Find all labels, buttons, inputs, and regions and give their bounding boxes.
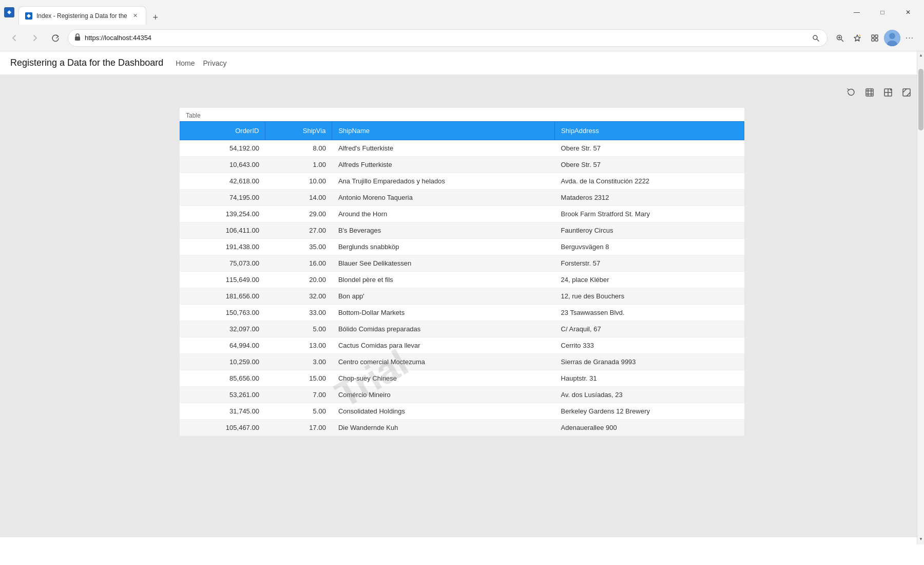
maximize-button[interactable]: □ xyxy=(871,4,894,21)
table-row: 64,994.0013.00Cactus Comidas para llevar… xyxy=(180,337,744,354)
table-row: 74,195.0014.00Antonio Moreno TaqueriaMat… xyxy=(180,190,744,206)
ship-name-cell: Centro comercial Moctezuma xyxy=(332,354,555,370)
toolbar-btn-3[interactable] xyxy=(881,85,895,100)
toolbar-btn-1[interactable] xyxy=(844,85,858,100)
svg-rect-2 xyxy=(75,36,80,41)
order-id-cell: 10,643.00 xyxy=(180,157,265,173)
ship-name-cell: Comércio Mineiro xyxy=(332,387,555,403)
scroll-down-arrow[interactable]: ▼ xyxy=(917,535,924,542)
active-tab[interactable]: Index - Registering a Data for the ✕ xyxy=(18,6,146,25)
ship-address-cell: Mataderos 2312 xyxy=(555,190,744,206)
ship-via-cell: 17.00 xyxy=(265,420,332,436)
toolbar-btn-2[interactable] xyxy=(862,85,877,100)
ship-via-cell: 14.00 xyxy=(265,190,332,206)
order-id-cell: 105,467.00 xyxy=(180,420,265,436)
scroll-up-arrow[interactable]: ▲ xyxy=(917,51,924,59)
zoom-button[interactable] xyxy=(832,30,848,46)
order-id-cell: 64,994.00 xyxy=(180,337,265,354)
order-id-cell: 115,649.00 xyxy=(180,272,265,288)
ship-address-cell: C/ Araquil, 67 xyxy=(555,321,744,337)
ship-name-cell: Alfreds Futterkiste xyxy=(332,157,555,173)
ship-via-cell: 20.00 xyxy=(265,272,332,288)
ship-via-cell: 15.00 xyxy=(265,370,332,387)
page-content: Registering a Data for the Dashboard Hom… xyxy=(0,51,924,565)
order-id-cell: 42,618.00 xyxy=(180,173,265,190)
table-body: 54,192.008.00Alfred's FutterkisteObere S… xyxy=(180,140,744,436)
ship-name-cell: Bottom-Dollar Markets xyxy=(332,305,555,321)
grid-area: Trial Table OrderID ShipVia ShipName Shi… xyxy=(0,75,924,537)
ship-address-cell: Av. dos Lusíadas, 23 xyxy=(555,387,744,403)
new-tab-button[interactable]: + xyxy=(148,10,163,25)
table-container: Table OrderID ShipVia ShipName ShipAddre… xyxy=(180,108,744,436)
order-id-cell: 106,411.00 xyxy=(180,222,265,239)
favorites-button[interactable] xyxy=(849,30,865,46)
ship-via-cell: 3.00 xyxy=(265,354,332,370)
scrollbar[interactable]: ▲ ▼ xyxy=(917,51,924,544)
order-id-cell: 32,097.00 xyxy=(180,321,265,337)
ship-address-cell: Berguvsvägen 8 xyxy=(555,239,744,255)
site-header: Registering a Data for the Dashboard Hom… xyxy=(0,51,924,75)
order-id-cell: 150,763.00 xyxy=(180,305,265,321)
table-row: 42,618.0010.00Ana Trujillo Emparedados y… xyxy=(180,173,744,190)
ship-name-cell: Ana Trujillo Emparedados y helados xyxy=(332,173,555,190)
table-row: 10,643.001.00Alfreds FutterkisteObere St… xyxy=(180,157,744,173)
table-header: OrderID ShipVia ShipName ShipAddress xyxy=(180,122,744,140)
close-button[interactable]: ✕ xyxy=(896,4,920,21)
privacy-link[interactable]: Privacy xyxy=(203,59,227,67)
ship-name-cell: Alfred's Futterkiste xyxy=(332,140,555,157)
back-button[interactable] xyxy=(6,30,23,46)
ship-address-cell: Cerrito 333 xyxy=(555,337,744,354)
ship-name-cell: Bólido Comidas preparadas xyxy=(332,321,555,337)
svg-rect-8 xyxy=(875,39,878,41)
address-bar[interactable]: https://localhost:44354 xyxy=(68,29,827,47)
ship-name-cell: Around the Horn xyxy=(332,206,555,222)
profile-button[interactable] xyxy=(884,30,900,46)
svg-rect-6 xyxy=(875,35,878,37)
col-ship-via: ShipVia xyxy=(265,122,332,140)
table-row: 32,097.005.00Bólido Comidas preparadasC/… xyxy=(180,321,744,337)
ship-address-cell: Hauptstr. 31 xyxy=(555,370,744,387)
table-row: 106,411.0027.00B's BeveragesFauntleroy C… xyxy=(180,222,744,239)
table-row: 150,763.0033.00Bottom-Dollar Markets23 T… xyxy=(180,305,744,321)
ship-via-cell: 16.00 xyxy=(265,255,332,272)
tab-close-button[interactable]: ✕ xyxy=(131,12,140,20)
col-ship-name: ShipName xyxy=(332,122,555,140)
svg-rect-12 xyxy=(866,89,873,96)
ship-name-cell: Bon app' xyxy=(332,288,555,305)
ship-name-cell: Blondel père et fils xyxy=(332,272,555,288)
order-id-cell: 139,254.00 xyxy=(180,206,265,222)
ship-address-cell: Avda. de la Constitución 2222 xyxy=(555,173,744,190)
toolbar-btn-4[interactable] xyxy=(899,85,914,100)
table-row: 115,649.0020.00Blondel père et fils24, p… xyxy=(180,272,744,288)
ship-via-cell: 7.00 xyxy=(265,387,332,403)
svg-rect-14 xyxy=(903,89,910,96)
search-address-icon[interactable] xyxy=(811,33,821,43)
ship-via-cell: 1.00 xyxy=(265,157,332,173)
ship-via-cell: 10.00 xyxy=(265,173,332,190)
order-id-cell: 181,656.00 xyxy=(180,288,265,305)
ship-address-cell: Obere Str. 57 xyxy=(555,140,744,157)
grid-toolbar xyxy=(10,85,914,100)
collections-button[interactable] xyxy=(867,30,883,46)
url-text: https://localhost:44354 xyxy=(85,34,806,42)
order-id-cell: 10,259.00 xyxy=(180,354,265,370)
browser-frame: Index - Registering a Data for the ✕ + —… xyxy=(0,0,924,565)
order-id-cell: 53,261.00 xyxy=(180,387,265,403)
minimize-button[interactable]: — xyxy=(845,4,869,21)
order-id-cell: 54,192.00 xyxy=(180,140,265,157)
settings-button[interactable]: ··· xyxy=(901,30,918,46)
home-link[interactable]: Home xyxy=(176,59,195,67)
col-order-id: OrderID xyxy=(180,122,265,140)
site-title: Registering a Data for the Dashboard xyxy=(10,58,163,68)
ship-name-cell: Blauer See Delikatessen xyxy=(332,255,555,272)
table-row: 181,656.0032.00Bon app'12, rue des Bouch… xyxy=(180,288,744,305)
forward-button[interactable] xyxy=(27,30,43,46)
site-nav: Home Privacy xyxy=(176,59,226,67)
table-row: 54,192.008.00Alfred's FutterkisteObere S… xyxy=(180,140,744,157)
scrollbar-thumb[interactable] xyxy=(918,69,923,130)
ship-via-cell: 32.00 xyxy=(265,288,332,305)
nav-bar: https://localhost:44354 xyxy=(0,25,924,51)
refresh-button[interactable] xyxy=(47,30,64,46)
ship-name-cell: B's Beverages xyxy=(332,222,555,239)
svg-rect-5 xyxy=(872,35,874,37)
